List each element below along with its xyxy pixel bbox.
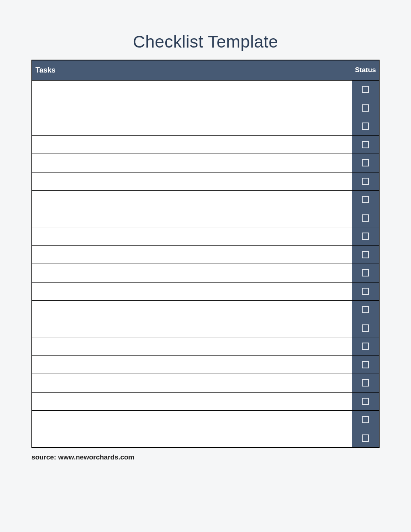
table-row xyxy=(32,80,379,99)
checkbox-icon[interactable] xyxy=(362,214,369,222)
status-cell xyxy=(352,411,379,429)
table-row xyxy=(32,392,379,411)
status-cell xyxy=(352,319,379,337)
task-cell[interactable] xyxy=(32,356,352,374)
checkbox-icon[interactable] xyxy=(362,123,369,130)
table-row xyxy=(32,135,379,154)
status-cell xyxy=(352,99,379,117)
checkbox-icon[interactable] xyxy=(362,306,369,313)
status-cell xyxy=(352,209,379,227)
task-cell[interactable] xyxy=(32,81,352,99)
task-cell[interactable] xyxy=(32,99,352,117)
table-row xyxy=(32,355,379,374)
task-cell[interactable] xyxy=(32,283,352,301)
checkbox-icon[interactable] xyxy=(362,178,369,185)
checkbox-icon[interactable] xyxy=(362,416,369,423)
table-row xyxy=(32,227,379,245)
task-cell[interactable] xyxy=(32,264,352,282)
task-cell[interactable] xyxy=(32,429,352,447)
checkbox-icon[interactable] xyxy=(362,233,369,240)
status-cell xyxy=(352,227,379,245)
table-row xyxy=(32,282,379,301)
task-cell[interactable] xyxy=(32,209,352,227)
status-cell xyxy=(352,191,379,209)
table-row xyxy=(32,337,379,355)
status-cell xyxy=(352,429,379,447)
status-cell xyxy=(352,81,379,99)
task-cell[interactable] xyxy=(32,411,352,429)
table-row xyxy=(32,209,379,227)
status-cell xyxy=(352,246,379,264)
status-cell xyxy=(352,154,379,172)
task-cell[interactable] xyxy=(32,172,352,191)
column-header-status: Status xyxy=(352,60,379,80)
status-cell xyxy=(352,283,379,301)
status-cell xyxy=(352,117,379,135)
status-cell xyxy=(352,374,379,392)
task-cell[interactable] xyxy=(32,117,352,135)
table-row xyxy=(32,190,379,209)
checkbox-icon[interactable] xyxy=(362,379,369,387)
table-row xyxy=(32,374,379,392)
status-cell xyxy=(352,337,379,355)
status-cell xyxy=(352,172,379,191)
task-cell[interactable] xyxy=(32,393,352,411)
task-cell[interactable] xyxy=(32,227,352,245)
task-cell[interactable] xyxy=(32,191,352,209)
table-row xyxy=(32,99,379,117)
checkbox-icon[interactable] xyxy=(362,159,369,166)
checkbox-icon[interactable] xyxy=(362,141,369,148)
checkbox-icon[interactable] xyxy=(362,196,369,203)
task-cell[interactable] xyxy=(32,337,352,355)
checkbox-icon[interactable] xyxy=(362,343,369,350)
checkbox-icon[interactable] xyxy=(362,288,369,295)
table-row xyxy=(32,117,379,135)
checkbox-icon[interactable] xyxy=(362,324,369,332)
task-cell[interactable] xyxy=(32,301,352,319)
status-cell xyxy=(352,356,379,374)
checkbox-icon[interactable] xyxy=(362,104,369,112)
task-cell[interactable] xyxy=(32,246,352,264)
checkbox-icon[interactable] xyxy=(362,251,369,258)
task-cell[interactable] xyxy=(32,374,352,392)
status-cell xyxy=(352,136,379,154)
table-row xyxy=(32,245,379,264)
table-row xyxy=(32,410,379,429)
table-row xyxy=(32,300,379,319)
checkbox-icon[interactable] xyxy=(362,269,369,276)
table-row xyxy=(32,319,379,337)
source-text: source: www.neworchards.com xyxy=(31,453,380,461)
checkbox-icon[interactable] xyxy=(362,361,369,368)
checkbox-icon[interactable] xyxy=(362,86,369,93)
status-cell xyxy=(352,301,379,319)
table-row xyxy=(32,429,379,447)
page-title: Checklist Template xyxy=(31,32,380,52)
table-header: Tasks Status xyxy=(32,60,379,80)
status-cell xyxy=(352,393,379,411)
task-cell[interactable] xyxy=(32,154,352,172)
checklist-table: Tasks Status xyxy=(31,60,380,448)
column-header-tasks: Tasks xyxy=(32,60,352,80)
table-row xyxy=(32,172,379,191)
status-cell xyxy=(352,264,379,282)
task-cell[interactable] xyxy=(32,136,352,154)
checkbox-icon[interactable] xyxy=(362,434,369,442)
table-row xyxy=(32,154,379,172)
table-row xyxy=(32,264,379,282)
checkbox-icon[interactable] xyxy=(362,398,369,405)
task-cell[interactable] xyxy=(32,319,352,337)
